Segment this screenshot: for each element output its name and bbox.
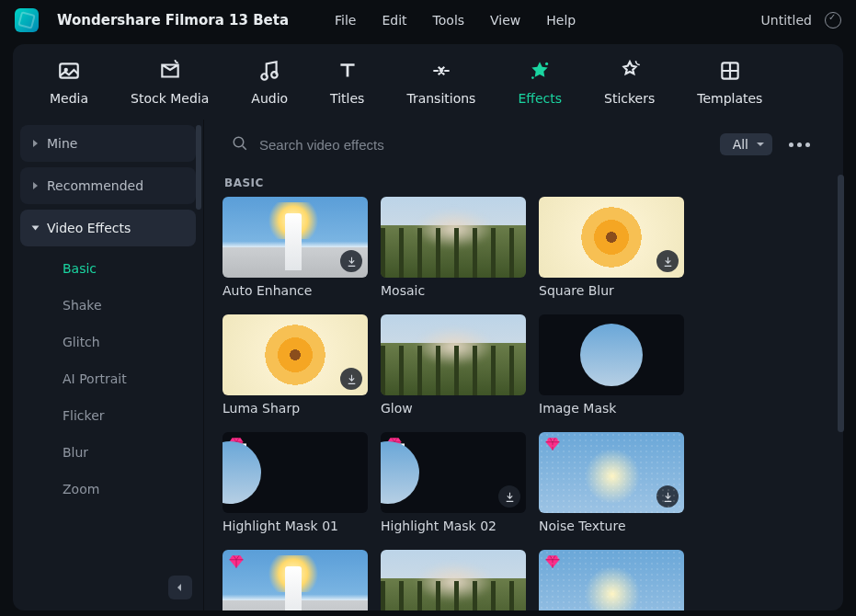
sync-status-icon[interactable] — [825, 12, 841, 29]
download-button[interactable] — [340, 368, 362, 390]
sidebar-subitem-ai-portrait[interactable]: AI Portrait — [20, 362, 196, 395]
workspace: MediaStock MediaAudioTitlesTransitionsEf… — [13, 44, 843, 610]
tab-label: Titles — [330, 91, 364, 106]
chevron-right-icon — [33, 182, 38, 189]
tab-label: Effects — [518, 91, 562, 106]
effect-card[interactable]: Highlight Mask 01 — [223, 432, 368, 533]
menu-item-help[interactable]: Help — [546, 13, 576, 28]
download-button[interactable] — [498, 485, 520, 508]
premium-icon — [386, 436, 405, 454]
search-bar: All — [213, 121, 834, 167]
tab-effects[interactable]: Effects — [518, 58, 562, 106]
audio-icon — [257, 58, 282, 84]
effect-card[interactable]: Auto Enhance — [223, 197, 368, 298]
effect-card[interactable]: Noise Texture — [539, 432, 684, 533]
sidebar-item-recommended[interactable]: Recommended — [20, 167, 196, 204]
effect-name: Mosaic — [381, 283, 526, 298]
effect-thumbnail — [223, 197, 368, 278]
chevron-down-icon — [756, 140, 765, 149]
effect-card[interactable]: Luma Sharp — [223, 314, 368, 416]
title-bar: Wondershare Filmora 13 Beta FileEditTool… — [0, 0, 856, 40]
download-button[interactable] — [656, 485, 679, 508]
tab-templates[interactable]: Templates — [697, 58, 762, 106]
effect-thumbnail — [539, 197, 684, 278]
premium-icon — [544, 553, 563, 572]
sidebar-subitem-blur[interactable]: Blur — [20, 436, 196, 469]
tab-media[interactable]: Media — [50, 58, 88, 106]
download-button[interactable] — [340, 250, 362, 272]
effect-thumbnail — [539, 432, 684, 513]
effect-thumbnail — [539, 550, 684, 610]
effect-thumbnail — [381, 197, 526, 278]
premium-icon — [544, 436, 563, 454]
tab-transitions[interactable]: Transitions — [406, 58, 475, 106]
effect-card[interactable]: Highlight Mask 02 — [381, 432, 526, 533]
download-button[interactable] — [656, 250, 679, 272]
tab-label: Transitions — [406, 91, 475, 106]
effect-card[interactable]: Square Blur — [539, 197, 684, 298]
tab-label: Audio — [251, 91, 288, 106]
effect-card[interactable]: Image Mask — [539, 314, 684, 416]
effects-icon — [527, 58, 553, 84]
chevron-down-icon — [32, 226, 40, 231]
tab-audio[interactable]: Audio — [251, 58, 288, 106]
collapse-sidebar-button[interactable] — [168, 576, 192, 599]
effect-thumbnail — [539, 314, 684, 395]
effect-thumbnail — [223, 314, 368, 395]
effect-card[interactable] — [223, 550, 368, 610]
media-icon — [56, 58, 82, 84]
sidebar-subitem-glitch[interactable]: Glitch — [20, 325, 196, 359]
search-icon — [232, 135, 248, 154]
svg-point-3 — [271, 72, 278, 78]
effects-grid: Auto EnhanceMosaicSquare BlurLuma SharpG… — [204, 197, 843, 610]
effect-name: Auto Enhance — [223, 283, 368, 298]
tab-titles[interactable]: Titles — [330, 58, 364, 106]
sidebar: MineRecommendedVideo EffectsBasicShakeGl… — [13, 120, 204, 610]
menu-item-edit[interactable]: Edit — [382, 13, 406, 28]
sidebar-item-video-effects[interactable]: Video Effects — [20, 210, 196, 246]
svg-point-5 — [531, 76, 534, 79]
main-menu: FileEditToolsViewHelp — [335, 13, 576, 28]
sidebar-subitem-zoom[interactable]: Zoom — [20, 473, 196, 506]
effect-name: Image Mask — [539, 401, 684, 416]
effect-name: Noise Texture — [539, 519, 684, 533]
svg-point-4 — [545, 63, 548, 65]
effect-card[interactable] — [381, 550, 526, 610]
menu-item-tools[interactable]: Tools — [433, 13, 465, 28]
tab-stock-media[interactable]: Stock Media — [131, 58, 209, 106]
tab-stickers[interactable]: Stickers — [604, 58, 655, 106]
transitions-icon — [428, 58, 454, 84]
section-header: BASIC — [204, 167, 843, 197]
filter-dropdown[interactable]: All — [720, 133, 772, 155]
document-title: Untitled — [761, 13, 812, 28]
app-title: Wondershare Filmora 13 Beta — [57, 12, 289, 29]
stickers-icon — [617, 58, 643, 84]
effect-thumbnail — [381, 314, 526, 395]
chevron-right-icon — [33, 140, 38, 147]
tab-label: Templates — [697, 91, 762, 106]
effect-name: Highlight Mask 01 — [223, 519, 368, 533]
more-options-button[interactable] — [783, 143, 816, 147]
effect-card[interactable]: Glow — [381, 314, 526, 416]
tab-label: Stickers — [604, 91, 655, 106]
templates-icon — [717, 58, 743, 84]
menu-item-file[interactable]: File — [335, 13, 356, 28]
effect-thumbnail — [381, 550, 526, 610]
effect-card[interactable] — [539, 550, 684, 610]
sidebar-subitem-flicker[interactable]: Flicker — [20, 399, 196, 432]
sidebar-scrollbar[interactable] — [196, 125, 201, 210]
sidebar-subitem-shake[interactable]: Shake — [20, 289, 196, 322]
effect-thumbnail — [223, 550, 368, 610]
effect-name: Luma Sharp — [223, 401, 368, 416]
sidebar-item-mine[interactable]: Mine — [20, 125, 196, 162]
effect-card[interactable]: Mosaic — [381, 197, 526, 298]
filter-label: All — [733, 137, 748, 152]
search-input[interactable] — [259, 137, 709, 153]
sidebar-subitem-basic[interactable]: Basic — [20, 252, 196, 285]
content-scrollbar[interactable] — [838, 175, 844, 432]
stock-media-icon — [157, 58, 183, 84]
svg-point-2 — [262, 74, 268, 80]
content-panel: All BASIC Auto EnhanceMosaicSquare BlurL… — [204, 120, 843, 610]
effect-name: Glow — [381, 401, 526, 416]
menu-item-view[interactable]: View — [490, 13, 520, 28]
